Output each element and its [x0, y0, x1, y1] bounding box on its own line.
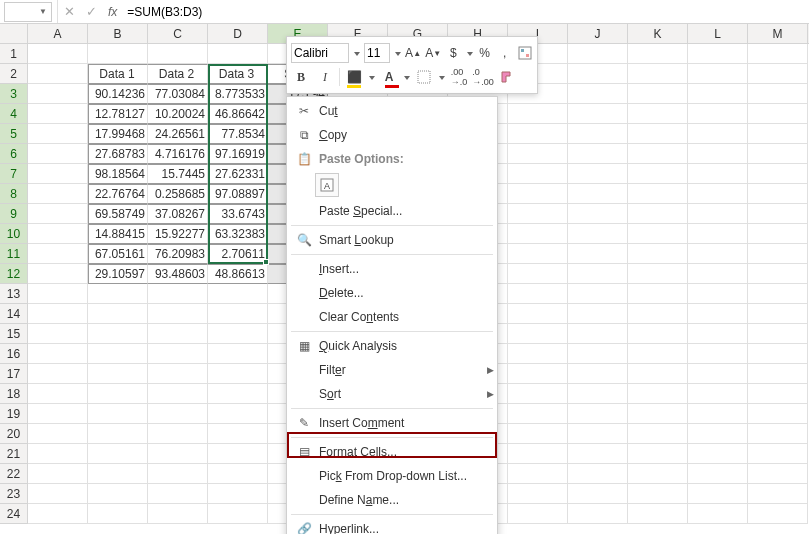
row-header[interactable]: 9 — [0, 204, 28, 224]
cell[interactable] — [88, 284, 148, 304]
cell[interactable] — [748, 364, 808, 384]
cell[interactable] — [568, 164, 628, 184]
cell[interactable] — [688, 344, 748, 364]
cell[interactable]: 14.88415 — [88, 224, 148, 244]
column-header[interactable]: J — [568, 24, 628, 43]
cell[interactable] — [568, 384, 628, 404]
cell[interactable] — [748, 504, 808, 524]
cell[interactable] — [748, 184, 808, 204]
cell[interactable] — [28, 164, 88, 184]
menu-clear-contents[interactable]: Clear Contents — [287, 305, 497, 329]
cell[interactable] — [628, 164, 688, 184]
menu-cut[interactable]: ✂Cut — [287, 99, 497, 123]
cell[interactable] — [688, 484, 748, 504]
cell[interactable] — [748, 324, 808, 344]
cell[interactable] — [748, 464, 808, 484]
cell[interactable] — [628, 264, 688, 284]
cell[interactable] — [88, 464, 148, 484]
cell[interactable] — [628, 484, 688, 504]
cell[interactable] — [628, 444, 688, 464]
cell[interactable]: 17.99468 — [88, 124, 148, 144]
cell[interactable] — [28, 464, 88, 484]
cell[interactable]: 8.773533 — [208, 84, 268, 104]
cell[interactable] — [148, 424, 208, 444]
cell[interactable] — [568, 404, 628, 424]
cell[interactable] — [508, 284, 568, 304]
menu-hyperlink[interactable]: 🔗Hyperlink... — [287, 517, 497, 534]
cell[interactable] — [688, 224, 748, 244]
cell[interactable] — [28, 364, 88, 384]
cell[interactable] — [688, 424, 748, 444]
cell[interactable]: Data 2 — [148, 64, 208, 84]
row-header[interactable]: 4 — [0, 104, 28, 124]
menu-delete[interactable]: Delete... — [287, 281, 497, 305]
conditional-format-icon[interactable] — [517, 43, 533, 63]
cell[interactable] — [208, 324, 268, 344]
cell[interactable] — [748, 424, 808, 444]
cell[interactable] — [628, 364, 688, 384]
cell[interactable] — [628, 224, 688, 244]
column-header[interactable]: M — [748, 24, 808, 43]
cell[interactable]: 97.08897 — [208, 184, 268, 204]
cell[interactable] — [688, 164, 748, 184]
cell[interactable] — [688, 244, 748, 264]
cell[interactable] — [568, 444, 628, 464]
cell[interactable] — [208, 424, 268, 444]
cell[interactable] — [688, 384, 748, 404]
cell[interactable] — [208, 504, 268, 524]
cell[interactable] — [508, 484, 568, 504]
chevron-down-icon[interactable] — [394, 46, 401, 60]
comma-style-icon[interactable]: , — [497, 43, 513, 63]
chevron-down-icon[interactable]: ▼ — [39, 7, 47, 16]
cell[interactable] — [628, 504, 688, 524]
cell[interactable] — [688, 64, 748, 84]
font-color-icon[interactable]: A — [379, 67, 399, 87]
currency-icon[interactable]: $ — [445, 43, 461, 63]
cell[interactable] — [508, 404, 568, 424]
row-header[interactable]: 2 — [0, 64, 28, 84]
cell[interactable]: 69.58749 — [88, 204, 148, 224]
cell[interactable] — [568, 84, 628, 104]
cell[interactable] — [688, 104, 748, 124]
cell[interactable]: 90.14236 — [88, 84, 148, 104]
cell[interactable] — [748, 284, 808, 304]
row-header[interactable]: 22 — [0, 464, 28, 484]
cell[interactable] — [508, 324, 568, 344]
cell[interactable] — [748, 304, 808, 324]
cell[interactable] — [748, 144, 808, 164]
row-header[interactable]: 17 — [0, 364, 28, 384]
cell[interactable] — [748, 84, 808, 104]
cell[interactable] — [628, 44, 688, 64]
cell[interactable] — [508, 164, 568, 184]
format-painter-icon[interactable] — [497, 67, 517, 87]
cell[interactable] — [628, 64, 688, 84]
cell[interactable] — [208, 344, 268, 364]
cell[interactable] — [28, 204, 88, 224]
cell[interactable] — [628, 84, 688, 104]
cell[interactable] — [748, 384, 808, 404]
cell[interactable] — [508, 304, 568, 324]
cell[interactable] — [28, 124, 88, 144]
cell[interactable] — [628, 404, 688, 424]
cell[interactable]: 0.258685 — [148, 184, 208, 204]
cell[interactable] — [28, 104, 88, 124]
cell[interactable] — [208, 304, 268, 324]
cell[interactable] — [148, 404, 208, 424]
bold-icon[interactable]: B — [291, 67, 311, 87]
cell[interactable] — [88, 304, 148, 324]
enter-formula-icon[interactable]: ✓ — [80, 4, 102, 19]
cell[interactable]: 24.26561 — [148, 124, 208, 144]
cell[interactable] — [748, 104, 808, 124]
cell[interactable] — [628, 124, 688, 144]
cell[interactable] — [568, 344, 628, 364]
cell[interactable] — [748, 204, 808, 224]
cell[interactable] — [688, 324, 748, 344]
row-header[interactable]: 3 — [0, 84, 28, 104]
cell[interactable] — [88, 444, 148, 464]
cell[interactable]: 46.86642 — [208, 104, 268, 124]
cell[interactable] — [208, 464, 268, 484]
cell[interactable]: 67.05161 — [88, 244, 148, 264]
cell[interactable] — [568, 64, 628, 84]
cell[interactable] — [688, 184, 748, 204]
cell[interactable] — [748, 164, 808, 184]
